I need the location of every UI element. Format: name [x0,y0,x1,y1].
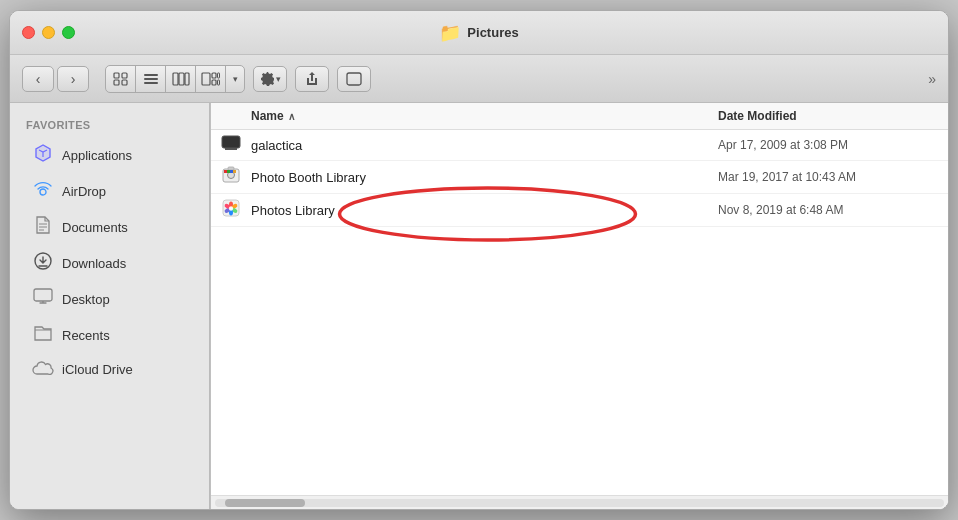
svg-rect-29 [228,167,234,170]
forward-button[interactable]: › [57,66,89,92]
svg-rect-6 [144,82,158,84]
sidebar-item-documents[interactable]: Documents [16,210,203,245]
empty-row-1 [211,227,948,267]
traffic-lights [22,26,75,39]
back-button[interactable]: ‹ [22,66,54,92]
svg-rect-3 [122,80,127,85]
finder-window: 📁 Pictures ‹ › [9,10,949,510]
svg-rect-7 [173,73,178,85]
sort-arrow: ∧ [288,111,295,122]
svg-rect-9 [185,73,189,85]
view-toggle-group: ▾ [105,65,245,93]
view-icon-grid[interactable] [106,66,136,92]
svg-rect-33 [233,170,236,173]
empty-row-4 [211,347,948,387]
minimize-button[interactable] [42,26,55,39]
svg-rect-1 [122,73,127,78]
sidebar-label-applications: Applications [62,148,132,163]
sidebar-item-airdrop[interactable]: AirDrop [16,174,203,209]
title-bar: 📁 Pictures [10,11,948,55]
file-rows: galactica Apr 17, 2009 at 3:08 PM [211,130,948,495]
recents-icon [32,323,54,348]
documents-icon [32,215,54,240]
file-list: Name ∧ Date Modified galactica Apr 17, 2… [211,103,948,509]
svg-point-41 [229,206,233,210]
sidebar-item-icloud-drive[interactable]: iCloud Drive [16,354,203,385]
file-date-photobooth: Mar 19, 2017 at 10:43 AM [708,170,948,184]
applications-icon [32,143,54,168]
svg-rect-30 [224,170,227,173]
sidebar-label-desktop: Desktop [62,292,110,307]
svg-rect-12 [212,80,216,85]
svg-rect-11 [212,73,216,78]
file-row-photos[interactable]: Photos Library Nov 8, 2019 at 6:48 AM [211,194,948,227]
view-dropdown-arrow: ▾ [233,74,238,84]
window-title-area: 📁 Pictures [439,22,518,44]
sidebar-item-desktop[interactable]: Desktop [16,282,203,317]
file-row-galactica[interactable]: galactica Apr 17, 2009 at 3:08 PM [211,130,948,161]
scrollbar-track[interactable] [215,499,944,507]
svg-rect-32 [230,170,233,173]
share-button[interactable] [295,66,329,92]
sidebar-label-downloads: Downloads [62,256,126,271]
file-date-photos: Nov 8, 2019 at 6:48 AM [708,203,948,217]
svg-rect-10 [202,73,210,85]
sidebar-label-documents: Documents [62,220,128,235]
file-icon-galactica [211,135,251,155]
sidebar-label-airdrop: AirDrop [62,184,106,199]
window-title: Pictures [467,25,518,40]
column-name[interactable]: Name ∧ [211,109,708,123]
file-date-galactica: Apr 17, 2009 at 3:08 PM [708,138,948,152]
sidebar-item-recents[interactable]: Recents [16,318,203,353]
view-icon-list[interactable] [136,66,166,92]
svg-rect-26 [225,148,237,150]
file-icon-photos [211,199,251,221]
scrollbar-thumb[interactable] [225,499,305,507]
file-icon-photobooth [211,166,251,188]
file-name-galactica: galactica [251,138,708,153]
file-row-photobooth[interactable]: Photo Booth Library Mar 19, 2017 at 10:4… [211,161,948,194]
svg-point-16 [40,189,46,195]
nav-buttons: ‹ › [22,66,89,92]
svg-rect-31 [227,170,230,173]
file-list-header: Name ∧ Date Modified [211,103,948,130]
svg-rect-2 [114,80,119,85]
view-icon-gallery[interactable] [196,66,226,92]
sidebar-item-applications[interactable]: Applications [16,138,203,173]
view-dropdown-button[interactable]: ▾ [226,66,244,92]
gear-button[interactable]: ▾ [253,66,287,92]
svg-rect-15 [347,73,361,85]
sidebar-label-icloud: iCloud Drive [62,362,133,377]
svg-rect-14 [217,80,219,85]
maximize-button[interactable] [62,26,75,39]
bottom-scrollbar[interactable] [211,495,948,509]
tag-button[interactable] [337,66,371,92]
empty-row-2 [211,267,948,307]
airdrop-icon [32,179,54,204]
svg-rect-8 [179,73,184,85]
empty-row-3 [211,307,948,347]
folder-icon: 📁 [439,22,461,44]
svg-rect-13 [217,73,219,78]
toolbar: ‹ › [10,55,948,103]
file-name-photos: Photos Library [251,203,708,218]
svg-rect-25 [222,136,240,148]
column-date[interactable]: Date Modified [708,109,948,123]
view-icon-columns[interactable] [166,66,196,92]
svg-rect-4 [144,74,158,76]
more-button[interactable]: » [928,71,936,87]
sidebar-section-favorites: Favorites [10,115,209,137]
gear-dropdown-arrow: ▾ [276,74,281,84]
file-name-photobooth: Photo Booth Library [251,170,708,185]
svg-rect-5 [144,78,158,80]
svg-rect-0 [114,73,119,78]
svg-rect-22 [34,289,52,301]
main-content: Favorites Applications [10,103,948,509]
close-button[interactable] [22,26,35,39]
sidebar-label-recents: Recents [62,328,110,343]
desktop-icon [32,287,54,312]
sidebar: Favorites Applications [10,103,210,509]
icloud-icon [32,359,54,380]
sidebar-item-downloads[interactable]: Downloads [16,246,203,281]
downloads-icon [32,251,54,276]
